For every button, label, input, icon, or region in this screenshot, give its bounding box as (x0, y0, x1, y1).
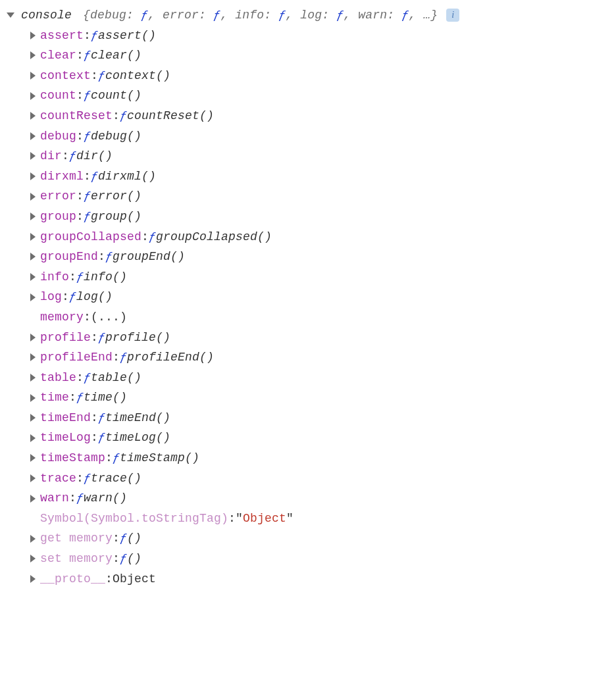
property-row[interactable]: table: ƒ table() (7, 368, 609, 388)
function-name: timeEnd() (105, 408, 170, 428)
expand-icon[interactable] (30, 555, 36, 562)
property-row[interactable]: context: ƒ context() (7, 66, 609, 86)
expand-icon[interactable] (30, 72, 36, 80)
property-row[interactable]: profile: ƒ profile() (7, 328, 609, 348)
function-glyph: ƒ (69, 146, 76, 166)
property-row[interactable]: countReset: ƒ countReset() (7, 106, 609, 126)
property-name: timeLog (40, 428, 91, 448)
function-glyph: ƒ (91, 166, 98, 187)
function-name: assert() (98, 26, 156, 46)
collapse-icon[interactable] (7, 12, 14, 18)
function-name: group() (91, 207, 141, 227)
expand-icon[interactable] (30, 535, 36, 543)
property-row[interactable]: info: ƒ info() (7, 267, 609, 288)
property-row[interactable]: group: ƒ group() (7, 207, 609, 227)
expand-icon[interactable] (30, 172, 36, 180)
property-row[interactable]: time: ƒ time() (7, 388, 609, 408)
expand-icon[interactable] (30, 132, 36, 140)
expand-icon[interactable] (30, 92, 36, 100)
property-name: count (40, 86, 76, 106)
expand-icon[interactable] (30, 414, 36, 422)
function-name: table() (91, 368, 141, 388)
function-glyph: ƒ (120, 528, 127, 549)
expand-icon[interactable] (30, 394, 36, 402)
expand-icon[interactable] (30, 273, 36, 281)
property-row[interactable]: trace: ƒ trace() (7, 468, 609, 489)
expand-icon[interactable] (30, 353, 36, 361)
property-name: table (40, 368, 76, 388)
property-row[interactable]: error: ƒ error() (7, 186, 609, 207)
property-name: __proto__ (40, 569, 105, 589)
property-name: clear (40, 45, 76, 66)
expand-icon[interactable] (30, 213, 36, 220)
expand-icon[interactable] (30, 454, 36, 462)
function-name: timeLog() (105, 428, 170, 448)
property-name: dir (40, 146, 62, 166)
expand-icon[interactable] (30, 495, 36, 503)
property-row[interactable]: count: ƒ count() (7, 86, 609, 106)
property-row[interactable]: groupEnd: ƒ groupEnd() (7, 247, 609, 267)
property-row[interactable]: warn: ƒ warn() (7, 488, 609, 509)
function-name: groupEnd() (113, 247, 185, 267)
expand-icon[interactable] (30, 51, 36, 59)
expand-icon[interactable] (30, 253, 36, 261)
expand-icon[interactable] (30, 112, 36, 120)
property-name: profile (40, 328, 91, 348)
expand-icon[interactable] (30, 32, 36, 39)
expand-icon[interactable] (30, 334, 36, 341)
property-name: get memory (40, 528, 113, 549)
property-name: groupEnd (40, 247, 98, 267)
expand-icon[interactable] (30, 152, 36, 160)
expand-icon[interactable] (30, 374, 36, 382)
function-name: error() (91, 186, 141, 207)
function-glyph: ƒ (149, 227, 156, 247)
property-row[interactable]: log: ƒ log() (7, 287, 609, 307)
function-name: timeStamp() (120, 448, 199, 468)
expand-icon[interactable] (30, 575, 36, 583)
property-name: info (40, 267, 69, 288)
info-icon[interactable]: i (446, 9, 459, 22)
function-name: () (127, 549, 141, 569)
property-row[interactable]: assert: ƒ assert() (7, 26, 609, 46)
function-glyph: ƒ (84, 86, 91, 106)
property-name: time (40, 388, 69, 408)
property-row[interactable]: dir: ƒ dir() (7, 146, 609, 166)
property-value[interactable]: (...) (91, 307, 127, 328)
property-row[interactable]: dirxml: ƒ dirxml() (7, 166, 609, 187)
property-name: memory (40, 307, 84, 328)
property-row[interactable]: __proto__: Object (7, 569, 609, 589)
function-name: trace() (91, 468, 141, 489)
function-glyph: ƒ (84, 207, 91, 227)
property-row[interactable]: set memory: ƒ () (7, 549, 609, 569)
property-name: trace (40, 468, 76, 489)
property-row[interactable]: timeStamp: ƒ timeStamp() (7, 448, 609, 468)
function-glyph: ƒ (76, 488, 84, 509)
function-glyph: ƒ (98, 328, 105, 348)
function-glyph: ƒ (84, 368, 91, 388)
property-row[interactable]: debug: ƒ debug() (7, 126, 609, 147)
property-row[interactable]: groupCollapsed: ƒ groupCollapsed() (7, 227, 609, 247)
function-glyph: ƒ (76, 267, 84, 288)
property-row[interactable]: timeLog: ƒ timeLog() (7, 428, 609, 448)
property-row[interactable]: profileEnd: ƒ profileEnd() (7, 347, 609, 368)
property-row[interactable]: memory: (...) (7, 307, 609, 328)
expand-icon[interactable] (30, 434, 36, 442)
property-row[interactable]: Symbol(Symbol.toStringTag): "Object" (7, 509, 609, 529)
property-row[interactable]: get memory: ƒ () (7, 528, 609, 549)
function-name: count() (91, 86, 141, 106)
function-glyph: ƒ (120, 347, 127, 368)
expand-icon[interactable] (30, 474, 36, 482)
function-glyph: ƒ (113, 448, 120, 468)
property-row[interactable]: timeEnd: ƒ timeEnd() (7, 408, 609, 428)
property-row[interactable]: clear: ƒ clear() (7, 45, 609, 66)
expand-icon[interactable] (30, 193, 36, 201)
expand-icon[interactable] (30, 293, 36, 301)
function-name: () (127, 528, 141, 549)
object-header[interactable]: console {debug: ƒ, error: ƒ, info: ƒ, lo… (7, 5, 609, 26)
function-name: groupCollapsed() (156, 227, 272, 247)
function-name: clear() (91, 45, 141, 66)
expand-icon[interactable] (30, 233, 36, 241)
function-name: time() (84, 388, 127, 408)
function-glyph: ƒ (120, 549, 127, 569)
function-name: log() (76, 287, 113, 307)
